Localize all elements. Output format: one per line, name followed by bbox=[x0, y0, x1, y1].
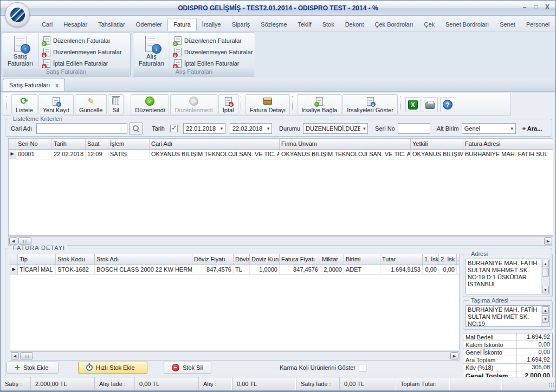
cell-fatura-adresi[interactable]: BURHANİYE MAH. FATİH SUL bbox=[463, 150, 553, 159]
karma-koli-checkbox[interactable] bbox=[359, 364, 366, 371]
menu-tab-stok[interactable]: Stok bbox=[317, 18, 340, 31]
scroll-left-icon[interactable]: ◀ bbox=[11, 352, 19, 359]
print-button[interactable] bbox=[423, 97, 438, 112]
scroll-right-icon[interactable]: ▶ bbox=[544, 237, 552, 245]
column-header-doviz-fiyati[interactable]: Döviz Fiyatı bbox=[192, 254, 234, 265]
cell-doviz-fiyati[interactable]: 847,4576 bbox=[192, 265, 234, 274]
export-excel-button[interactable]: X bbox=[405, 97, 421, 112]
date-to-combo[interactable]: 22.02.2018▼ bbox=[230, 123, 272, 134]
column-header-miktar[interactable]: Miktar bbox=[320, 254, 344, 265]
column-header-seri-no[interactable]: Seri No bbox=[16, 139, 52, 149]
column-header-cari-adi[interactable]: Cari Adı bbox=[150, 139, 280, 149]
maximize-button[interactable]: □ bbox=[532, 3, 540, 11]
column-header-tutar[interactable]: Tutar bbox=[380, 254, 423, 265]
invoice-row[interactable]: 00001 22.02.2018 12:09 SATIŞ OKYANUS BİL… bbox=[9, 150, 553, 159]
tab-close-icon[interactable]: x bbox=[55, 82, 59, 88]
guncelle-button[interactable]: ✎ Güncelle bbox=[75, 94, 107, 114]
cell-doviz[interactable]: TL bbox=[234, 265, 250, 274]
iptal-edilen-faturalar-item[interactable]: o İptal Edilen Faturalar bbox=[174, 59, 255, 68]
duzenlenen-faturalar-item[interactable]: ✓ Düzenlenen Faturalar bbox=[174, 36, 255, 45]
fatura-detayi-button[interactable]: Fatura Detayı bbox=[245, 94, 290, 114]
adresi-textbox[interactable]: BURHANİYE MAH. FATİH SULTAN MEHMET SK. N… bbox=[466, 259, 550, 294]
duzenlendi-button[interactable]: ✓ Düzenlendi bbox=[131, 94, 169, 114]
duzenlenmedi-button[interactable]: ⟳ Düzenlenmedi bbox=[170, 94, 217, 114]
menu-tab-cek-bordrolari[interactable]: Çek Bordroları bbox=[370, 18, 419, 31]
menu-tab-personel[interactable]: Personel bbox=[521, 18, 555, 31]
scrollbar-thumb[interactable] bbox=[20, 352, 33, 359]
iptal-edilen-faturalar-item[interactable]: o İptal Edilen Faturalar bbox=[43, 59, 130, 68]
tasima-adresi-textbox[interactable]: BURHANİYE MAH. FATİH SULTAN MEHMET SK. N… bbox=[466, 305, 550, 327]
adresi-vscrollbar[interactable]: ▲ ▼ bbox=[541, 259, 549, 294]
column-header-firma-unvani[interactable]: Firma Ünvanı bbox=[280, 139, 411, 149]
irsaliye-bagla-button[interactable]: İrsaliye Bağla bbox=[297, 94, 341, 114]
durumu-combo[interactable]: DÜZENLENDİ,DÜZENLE▼ bbox=[303, 123, 368, 134]
cell-stok-kodu[interactable]: STOK-1682 bbox=[56, 265, 95, 274]
yeni-kayit-button[interactable]: + Yeni Kayıt bbox=[38, 94, 74, 114]
column-header-fatura-fiyati[interactable]: Fatura Fiyatı bbox=[280, 254, 320, 265]
scroll-down-icon[interactable]: ▼ bbox=[542, 286, 549, 293]
column-header-stok-adi[interactable]: Stok Adı bbox=[95, 254, 192, 265]
column-header-birimi[interactable]: Birimi bbox=[344, 254, 380, 265]
cell-isk2[interactable]: 0,00 bbox=[439, 265, 457, 274]
menu-tab-cari[interactable]: Cari bbox=[36, 18, 58, 31]
menu-tab-cek[interactable]: Çek bbox=[418, 18, 440, 31]
detail-row[interactable]: TİCARİ MAL STOK-1682 BOSCH CLASS 2000 22… bbox=[10, 265, 459, 275]
column-header-doviz-kuru[interactable]: Doviz Kuru bbox=[250, 254, 280, 265]
minimize-button[interactable]: – bbox=[521, 3, 528, 11]
satis-faturalari-button[interactable]: ↑ SatışFaturaları bbox=[2, 33, 39, 67]
tab-satis-faturalari[interactable]: Satış Faturaları x bbox=[3, 79, 65, 91]
scrollbar-thumb[interactable] bbox=[18, 237, 31, 245]
scroll-down-icon[interactable]: ▼ bbox=[542, 315, 549, 323]
menu-tab-irsaliye[interactable]: İrsaliye bbox=[197, 18, 227, 31]
menu-tab-senet[interactable]: Senet bbox=[494, 18, 521, 31]
close-button[interactable]: X bbox=[544, 3, 551, 11]
scrollbar-thumb[interactable] bbox=[542, 268, 549, 277]
column-header-saat[interactable]: Saat bbox=[86, 139, 108, 149]
cell-seri-no[interactable]: 00001 bbox=[16, 150, 52, 159]
iptal-button[interactable]: ✕ İptal bbox=[218, 94, 238, 114]
tasima-vscrollbar[interactable]: ▲ ▼ bbox=[541, 306, 549, 326]
cell-yetkili[interactable]: OKYANUS BİLİŞİM T bbox=[411, 150, 463, 159]
ara-button[interactable]: + Ara... bbox=[522, 125, 542, 132]
column-header-isk2[interactable]: 2. İsk bbox=[439, 254, 457, 265]
resize-grip[interactable] bbox=[547, 377, 555, 390]
cell-miktar[interactable]: 2,0000 bbox=[320, 265, 344, 274]
scroll-right-icon[interactable]: ▶ bbox=[450, 352, 458, 359]
column-header-isk3[interactable]: 3. bbox=[457, 254, 460, 265]
invoices-grid-hscrollbar[interactable]: ◀ ▶ bbox=[8, 236, 553, 246]
cell-saat[interactable]: 12:09 bbox=[86, 150, 108, 159]
column-header-yetkili[interactable]: Yetkili bbox=[411, 139, 463, 149]
menu-tab-odemeler[interactable]: Ödemeler bbox=[131, 18, 167, 31]
menu-tab-tahsilatlar[interactable]: Tahsilatlar bbox=[93, 18, 131, 31]
hizli-stok-ekle-button[interactable]: Hızlı Stok Ekle bbox=[78, 362, 147, 374]
listele-button[interactable]: ⟳ Listele bbox=[11, 94, 37, 114]
cell-doviz-kuru[interactable]: 1,0000 bbox=[250, 265, 280, 274]
cell-firma-unvani[interactable]: OKYANUS BİLİŞİM TEKNOLOJİ SAN. VE TİC. A… bbox=[280, 150, 411, 159]
column-header-doviz[interactable]: Döviz bbox=[234, 254, 250, 265]
stok-sil-button[interactable]: Stok Sil bbox=[164, 362, 211, 374]
menu-tab-siparis[interactable]: Sipariş bbox=[227, 18, 256, 31]
column-header-tip[interactable]: Tip bbox=[18, 254, 56, 265]
menu-tab-hesaplar[interactable]: Hesaplar bbox=[58, 18, 93, 31]
cell-isk1[interactable]: 0,00 bbox=[423, 265, 439, 274]
scroll-up-icon[interactable]: ▲ bbox=[542, 306, 549, 314]
column-header-isk1[interactable]: 1. İsk bbox=[423, 254, 439, 265]
column-header-fatura-adresi[interactable]: Fatura Adresi bbox=[463, 139, 553, 149]
duzenlenmeyen-faturalar-item[interactable]: o Düzenlenmeyen Faturalar bbox=[43, 48, 130, 56]
detail-grid-hscrollbar[interactable]: ◀ ▶ bbox=[10, 351, 460, 361]
cell-tarih[interactable]: 22.02.2018 bbox=[52, 150, 86, 159]
menu-tab-sozlesme[interactable]: Sözleşme bbox=[255, 18, 292, 31]
cell-islem[interactable]: SATIŞ bbox=[108, 150, 150, 159]
duzenlenmeyen-faturalar-item[interactable]: o Düzenlenmeyen Faturalar bbox=[174, 48, 255, 56]
cell-cari-adi[interactable]: OKYANUS BİLİŞİM TEKNOLOJİ SAN. VE TİC. A… bbox=[150, 150, 280, 159]
cell-tip[interactable]: TİCARİ MAL bbox=[18, 265, 56, 274]
seri-no-input[interactable] bbox=[398, 123, 430, 134]
search-button[interactable] bbox=[129, 123, 143, 134]
sil-button[interactable]: Sil bbox=[108, 94, 124, 114]
cell-birimi[interactable]: ADET bbox=[344, 265, 380, 274]
menu-tab-teklif[interactable]: Teklif bbox=[293, 18, 317, 31]
app-logo-button[interactable] bbox=[5, 2, 30, 27]
cell-stok-adi[interactable]: BOSCH CLASS 2000 22 KW HERMETİK K bbox=[95, 265, 192, 274]
cell-isk3[interactable]: 0 bbox=[457, 265, 460, 274]
alt-birim-combo[interactable]: Genel▼ bbox=[462, 123, 516, 134]
